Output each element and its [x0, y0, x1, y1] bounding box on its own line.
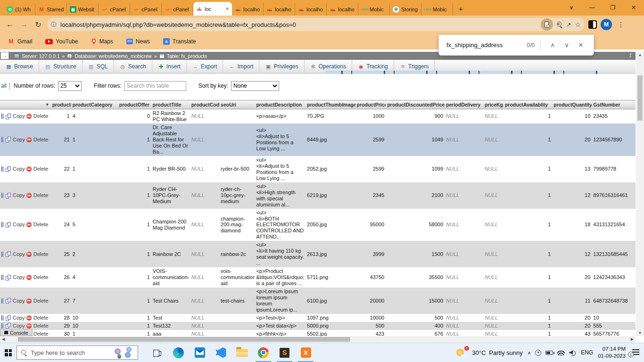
row-delete-link[interactable]: Delete [26, 323, 49, 329]
column-header-productCategory[interactable]: productCategory [71, 100, 118, 109]
maximize-icon[interactable]: ❐ [603, 0, 623, 16]
find-in-page-icon[interactable] [541, 18, 553, 31]
scroll-down-icon[interactable]: ▼ [636, 331, 644, 335]
xampp-taskbar-button[interactable]: X [295, 343, 316, 362]
filter-input[interactable] [124, 81, 186, 91]
column-header-seoUri[interactable]: seoUri [219, 100, 255, 109]
mobicrew-1-tab[interactable]: LOGOMobic [358, 3, 390, 16]
row-delete-link[interactable]: Delete [26, 315, 49, 321]
tab-search-chevron-icon[interactable]: ∨ [561, 0, 582, 16]
column-header-productAvailablity[interactable]: productAvailablity [504, 100, 552, 109]
bookmark-gmail[interactable]: MGmail [8, 38, 32, 45]
row-copy-link[interactable]: Copy [6, 323, 25, 329]
vertical-scroll-thumb[interactable] [637, 75, 643, 121]
phpmyadmin-5-tab[interactable]: ▲PMAlocalho [327, 3, 358, 16]
vertical-scrollbar[interactable]: ▲ ▼ [636, 52, 644, 336]
column-header-productDescription[interactable]: productDescription [255, 100, 305, 109]
row-copy-link[interactable]: Copy [6, 166, 25, 172]
hidden-icons-chevron-icon[interactable]: ∧ [528, 350, 531, 355]
bookmark-news[interactable]: News [126, 38, 150, 45]
tab-structure[interactable]: ▤Structure [39, 60, 83, 73]
column-header-productDiscountedPrice[interactable]: productDiscountedPrice [386, 100, 445, 109]
whatsapp-tab[interactable]: ✆(1) Wh [4, 3, 35, 16]
breadcrumb-database[interactable]: Database: websitedemo_mobicrew [74, 53, 151, 59]
menu-dots-icon[interactable]: ⋮ [616, 21, 626, 28]
column-options-arrow-icon[interactable]: ▼ [45, 102, 50, 107]
scroll-left-icon[interactable]: ◀ [2, 337, 5, 341]
battery-icon[interactable] [545, 351, 553, 355]
row-delete-link[interactable]: Delete [26, 166, 49, 172]
column-header-productTitle[interactable]: productTitle [151, 100, 190, 109]
mail-taskbar-button[interactable] [189, 343, 210, 362]
column-header-productPrice[interactable]: productPrice [355, 100, 386, 109]
search-highlight-flowers-image[interactable] [114, 346, 133, 359]
edge-taskbar-button[interactable] [168, 343, 189, 362]
phpmyadmin-4-tab[interactable]: ▲PMAlocalho [295, 3, 327, 16]
bookmark-star-icon[interactable]: ☆ [575, 21, 581, 28]
row-copy-link[interactable]: Copy [6, 274, 25, 280]
row-copy-link[interactable]: Copy [6, 192, 25, 198]
tab-insert[interactable]: ✚Insert [152, 60, 187, 73]
language-indicator[interactable]: ENG [581, 349, 593, 356]
volume-icon[interactable] [569, 350, 576, 355]
share-icon[interactable]: ↗ [566, 21, 571, 28]
column-header-productOffer[interactable]: productOffer [118, 100, 151, 109]
row-delete-link[interactable]: Delete [26, 192, 49, 198]
breadcrumb-server[interactable]: Server: 127.0.0.1 [22, 53, 60, 59]
tab-close-icon[interactable]: ✕ [224, 7, 229, 11]
tab-privileges[interactable]: ▣Privileges [259, 60, 304, 73]
row-delete-link[interactable]: Delete [26, 251, 49, 257]
phpmyadmin-3-tab[interactable]: ▲PMAlocalho [264, 3, 295, 16]
forward-icon[interactable]: → [19, 20, 29, 29]
tab-search[interactable]: ◎Search [114, 60, 152, 73]
row-copy-link[interactable]: Copy [6, 298, 25, 304]
find-query[interactable]: fx_shipping_address [446, 41, 527, 49]
scroll-to-top-icon[interactable]: ↥ [628, 52, 633, 58]
rows-select[interactable]: 25 [58, 81, 82, 91]
sublime-taskbar-button[interactable]: S [274, 343, 295, 362]
column-header-productThumbImage[interactable]: productThumbImage [305, 100, 355, 109]
mobicrew-2-tab[interactable]: LOGOMobic [421, 3, 453, 16]
column-header-productID[interactable]: productID [51, 100, 71, 109]
side-panel-icon[interactable] [588, 20, 597, 29]
tab-browse[interactable]: ▦Browse [0, 60, 39, 73]
sort-select[interactable]: None [231, 81, 279, 91]
scroll-right-icon[interactable]: ▶ [631, 337, 634, 341]
notification-center-icon[interactable]: 1 [632, 349, 639, 356]
breadcrumb-table[interactable]: Table: fx_products [167, 53, 207, 59]
profile-avatar[interactable]: M [601, 19, 612, 30]
row-copy-link[interactable]: Copy [6, 251, 25, 257]
frame-nav-arrow-icon[interactable]: → [0, 52, 9, 59]
new-tab-button[interactable]: + [459, 5, 463, 13]
close-icon[interactable]: ✕ [623, 0, 644, 16]
sync-icon[interactable] [535, 350, 541, 356]
zoom-icon[interactable] [557, 22, 562, 27]
gmail-starred-tab[interactable]: MStarred [35, 3, 67, 16]
bookmark-translate[interactable]: aTranslate [163, 38, 196, 45]
next-match-icon[interactable]: ∨ [560, 41, 574, 49]
site-info-icon[interactable]: ⓘ [51, 21, 57, 29]
wifi-icon[interactable] [557, 350, 565, 355]
tab-import[interactable]: ←Import [223, 60, 259, 73]
row-copy-link[interactable]: Copy [6, 137, 25, 143]
sheets-website-tab[interactable]: ▦Websit [67, 3, 99, 16]
file-explorer-taskbar-button[interactable] [231, 343, 253, 362]
find-bar[interactable]: fx_shipping_address 0/0 ∧ ∨ ✕ [438, 35, 594, 56]
row-delete-link[interactable]: Delete [26, 298, 49, 304]
task-view-taskbar-button[interactable] [147, 343, 168, 362]
phpmyadmin-active-tab[interactable]: ▲PMAloc✕ [193, 2, 232, 16]
tab-sql[interactable]: ▥SQL [83, 60, 114, 73]
tab-export[interactable]: →Export [187, 60, 223, 73]
back-icon[interactable]: ← [5, 20, 15, 29]
previous-match-icon[interactable]: ∧ [545, 41, 560, 49]
console-tab[interactable]: Console [0, 329, 33, 336]
close-find-icon[interactable]: ✕ [574, 41, 588, 49]
column-header-periodDelivery[interactable]: periodDelivery [445, 100, 483, 109]
horizontal-scrollbar[interactable]: ◀ ▶ [0, 336, 636, 343]
column-header-GstNumber[interactable]: GstNumber [592, 100, 636, 109]
address-bar[interactable]: ⓘ localhost/phpmyadmin/sql.php?db=websit… [47, 18, 585, 31]
start-button[interactable] [5, 349, 12, 356]
bookmark-maps[interactable]: Maps [91, 38, 113, 45]
horizontal-scroll-thumb[interactable] [18, 337, 350, 342]
row-delete-link[interactable]: Delete [26, 222, 49, 228]
